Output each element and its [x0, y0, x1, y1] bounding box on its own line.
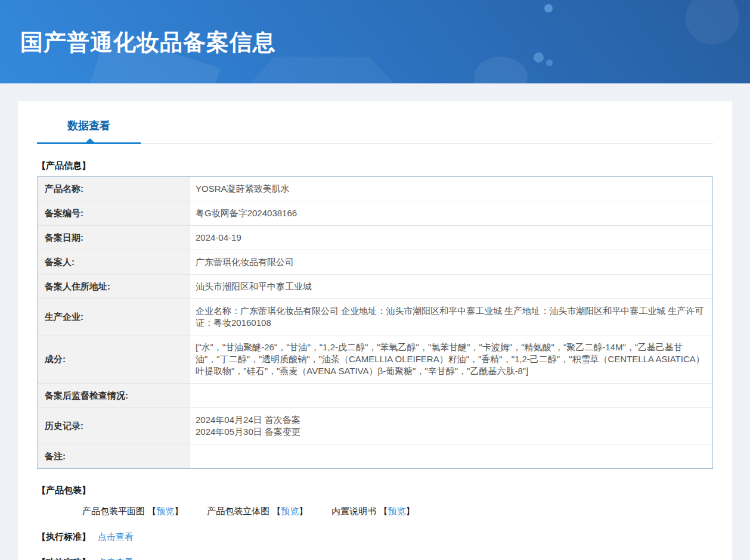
page-header-banner: 国产普通化妆品备案信息 — [0, 0, 750, 83]
row-label: 备案编号: — [38, 201, 189, 225]
packaging-item-label: 产品包装平面图 — [82, 506, 145, 516]
row-value: 广东蕾琪化妆品有限公司 — [189, 250, 712, 274]
tab-active-underline — [37, 142, 141, 144]
row-label: 备案人: — [38, 250, 189, 274]
product-info-section-title: 【产品信息】 — [37, 160, 713, 172]
row-label: 历史记录: — [38, 408, 189, 444]
preview-link-3d[interactable]: 预览 — [281, 506, 299, 516]
row-value: 企业名称：广东蕾琪化妆品有限公司 企业地址：汕头市潮阳区和平中寨工业城 生产地址… — [189, 299, 712, 335]
decorative-circle — [686, 0, 739, 45]
packaging-item-label: 产品包装立体图 — [207, 506, 269, 516]
row-label: 备案人住所地址: — [38, 275, 189, 298]
bracket-open: 【 — [272, 506, 281, 516]
preview-link-flat[interactable]: 预览 — [156, 506, 174, 516]
table-row: 产品名称: YOSRA凝莳紧致美肌水 — [38, 177, 712, 201]
row-value: ["水"，"甘油聚醚-26"，"甘油"，"1,2-戊二醇"，"苯氧乙醇"，"氯苯… — [189, 335, 712, 383]
table-row: 成分: ["水"，"甘油聚醚-26"，"甘油"，"1,2-戊二醇"，"苯氧乙醇"… — [38, 335, 712, 384]
table-row: 备案人: 广东蕾琪化妆品有限公司 — [38, 250, 712, 275]
row-label: 备注: — [38, 444, 189, 468]
efficacy-section-title: 【功效宣称】 — [37, 557, 91, 560]
product-info-table: 产品名称: YOSRA凝莳紧致美肌水 备案编号: 粤G妆网备字202403816… — [37, 176, 713, 469]
tab-data-view[interactable]: 数据查看 — [37, 117, 141, 133]
table-row: 历史记录: 2024年04月24日 首次备案 2024年05月30日 备案变更 — [38, 408, 712, 444]
standard-row: 【执行标准】 点击查看 — [37, 531, 713, 543]
bracket-open: 【 — [379, 506, 388, 516]
packaging-section-title: 【产品包装】 — [37, 485, 713, 496]
decorative-hexagon — [227, 57, 417, 83]
efficacy-view-link[interactable]: 点击查看 — [98, 557, 134, 560]
decorative-circle — [534, 52, 544, 63]
bracket-close: 】 — [174, 506, 183, 516]
packaging-item-flat: 产品包装平面图 【预览】 — [82, 506, 183, 517]
efficacy-row: 【功效宣称】 点击查看 — [37, 557, 713, 560]
row-value: 2024年04月24日 首次备案 2024年05月30日 备案变更 — [189, 408, 712, 444]
decorative-circle — [544, 4, 553, 13]
bracket-open: 【 — [147, 506, 156, 516]
row-label: 产品名称: — [38, 177, 189, 201]
packaging-links-row: 产品包装平面图 【预览】 产品包装立体图 【预览】 内置说明书 【预览】 — [82, 506, 713, 517]
packaging-item-label: 内置说明书 — [331, 506, 376, 516]
table-row: 备案后监督检查情况: — [38, 384, 712, 408]
row-value — [189, 384, 712, 407]
tab-bar: 数据查看 — [37, 117, 713, 144]
standard-section-title: 【执行标准】 — [37, 531, 91, 543]
tab-active-arrow — [86, 138, 94, 142]
table-row: 备案编号: 粤G妆网备字2024038166 — [38, 201, 712, 226]
bracket-close: 】 — [299, 506, 308, 516]
row-value: YOSRA凝莳紧致美肌水 — [189, 177, 712, 201]
bracket-close: 】 — [406, 506, 415, 516]
row-value — [189, 444, 712, 468]
decorative-circle — [474, 57, 528, 83]
standard-view-link[interactable]: 点击查看 — [98, 531, 134, 543]
table-row: 生产企业: 企业名称：广东蕾琪化妆品有限公司 企业地址：汕头市潮阳区和平中寨工业… — [38, 299, 712, 335]
table-row: 备案人住所地址: 汕头市潮阳区和平中寨工业城 — [38, 275, 712, 299]
table-row: 备注: — [38, 444, 712, 468]
row-value: 汕头市潮阳区和平中寨工业城 — [189, 275, 712, 298]
page-title: 国产普通化妆品备案信息 — [20, 27, 276, 58]
packaging-item-3d: 产品包装立体图 【预览】 — [207, 506, 308, 517]
row-label: 备案后监督检查情况: — [38, 384, 189, 407]
row-label: 成分: — [38, 335, 189, 383]
row-value: 2024-04-19 — [189, 226, 712, 250]
row-label: 备案日期: — [38, 226, 189, 250]
row-value: 粤G妆网备字2024038166 — [189, 201, 712, 225]
packaging-item-manual: 内置说明书 【预览】 — [331, 506, 414, 517]
preview-link-manual[interactable]: 预览 — [388, 506, 406, 516]
content-card: 数据查看 【产品信息】 产品名称: YOSRA凝莳紧致美肌水 备案编号: 粤G妆… — [18, 101, 732, 560]
row-label: 生产企业: — [38, 299, 189, 335]
decorative-circle — [546, 60, 553, 66]
table-row: 备案日期: 2024-04-19 — [38, 226, 712, 250]
